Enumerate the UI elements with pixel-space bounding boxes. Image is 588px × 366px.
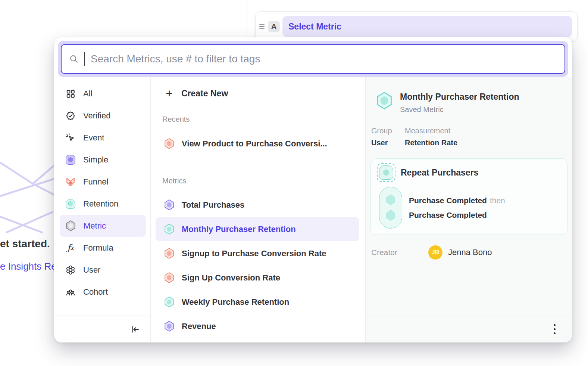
metric-hexagon-icon: [66, 220, 76, 231]
collapse-sidebar-icon[interactable]: [130, 325, 140, 334]
definition-title: Repeat Purchasers: [401, 168, 478, 178]
definition-card: Repeat Purchasers Purchase Completedthen…: [370, 158, 567, 235]
detail-meta: Group User Measurement Retention Rate: [366, 127, 572, 147]
metric-hexagon-icon: [164, 321, 174, 332]
text-caret: [84, 52, 85, 66]
grid-icon: [66, 89, 75, 99]
metric-hexagon-icon: [164, 297, 174, 307]
funnel-icon: [66, 177, 75, 187]
detail-subtitle: Saved Metric: [400, 105, 519, 114]
sidebar-item-cohort[interactable]: Cohort: [60, 281, 146, 303]
metric-item[interactable]: Signup to Purchase Conversion Rate: [156, 241, 359, 266]
step-hexagon-icon: [386, 195, 396, 205]
detail-title: Monthly Purchaser Retention: [400, 92, 519, 102]
step-hexagon-icon: [386, 210, 396, 221]
metric-item-selected[interactable]: Monthly Purchaser Retention: [156, 217, 359, 241]
create-new-button[interactable]: + Create New: [156, 83, 359, 104]
background-headline-fragment: et started.: [0, 238, 50, 250]
cohort-people-icon: [66, 287, 75, 297]
category-sidebar: All Verified Event: [54, 77, 151, 342]
select-metric-pill[interactable]: Select Metric: [282, 16, 572, 37]
measurement-label: Measurement: [405, 127, 457, 135]
sidebar-item-event[interactable]: Event: [60, 127, 146, 149]
group-label: Group: [371, 127, 405, 135]
sidebar-item-formula[interactable]: ƒx Formula: [60, 237, 146, 259]
detail-header: Monthly Purchaser Retention Saved Metric: [366, 77, 572, 114]
creator-label: Creator: [371, 248, 428, 257]
formula-fx-icon: ƒx: [66, 243, 75, 253]
creator-row: Creator JB Jenna Bono: [366, 245, 572, 260]
saved-metric-hexagon-icon: [376, 92, 392, 109]
sidebar-item-metric[interactable]: Metric: [60, 215, 146, 237]
metric-hexagon-icon: [164, 224, 174, 235]
funnel-metric-hexagon-icon: [164, 138, 174, 149]
definition-icon: [377, 163, 395, 182]
series-letter-badge: A: [268, 21, 280, 32]
sidebar-item-verified[interactable]: Verified: [60, 105, 146, 127]
drag-handle-icon[interactable]: [259, 24, 265, 29]
creator-avatar: JB: [428, 245, 442, 260]
sidebar-item-retention[interactable]: Retention: [60, 193, 146, 215]
metric-item[interactable]: Revenue: [156, 314, 359, 338]
search-input[interactable]: [91, 53, 557, 65]
retention-icon: [66, 199, 75, 209]
metric-item[interactable]: Weekly Purchase Retention: [156, 290, 359, 314]
divider: [156, 162, 359, 162]
steps-capsule: [379, 187, 402, 229]
metric-list-column: + Create New Recents View Product to Pur…: [151, 77, 365, 342]
sidebar-footer: [54, 316, 150, 342]
cursor-click-icon: [66, 133, 75, 143]
badge-check-icon: [66, 111, 75, 121]
background-panel-divider: [247, 0, 247, 36]
group-value: User: [371, 139, 405, 147]
metric-detail-panel: Monthly Purchaser Retention Saved Metric…: [365, 77, 572, 342]
metric-item[interactable]: Sign Up Conversion Rate: [156, 266, 359, 290]
user-cluster-icon: [66, 265, 75, 275]
creator-name: Jenna Bono: [448, 248, 492, 257]
plus-icon: +: [164, 87, 174, 99]
metric-hexagon-icon: [164, 199, 174, 210]
sidebar-item-funnel[interactable]: Funnel: [60, 171, 146, 193]
step-line-2: Purchase Completed: [409, 211, 505, 220]
metric-item[interactable]: Total Purchases: [156, 193, 359, 217]
recent-item[interactable]: View Product to Purchase Conversi...: [156, 131, 359, 156]
sidebar-item-all[interactable]: All: [60, 83, 146, 105]
search-icon: [69, 54, 79, 64]
more-options-button[interactable]: [551, 322, 558, 336]
search-box[interactable]: [61, 44, 565, 74]
metric-picker-dialog: All Verified Event: [54, 37, 572, 342]
metrics-header: Metrics: [162, 177, 365, 185]
detail-footer: [366, 316, 572, 342]
sidebar-item-simple[interactable]: Simple: [60, 149, 146, 171]
metric-hexagon-icon: [164, 248, 174, 259]
metric-hexagon-icon: [164, 272, 174, 283]
sidebar-item-user[interactable]: User: [60, 259, 146, 281]
step-line-1: Purchase Completedthen: [409, 196, 505, 205]
measurement-value: Retention Rate: [405, 139, 457, 147]
recents-header: Recents: [162, 115, 365, 124]
simple-metric-icon: [66, 155, 75, 165]
background-report-link-fragment[interactable]: e Insights Re: [0, 261, 57, 272]
search-container: [58, 41, 568, 77]
